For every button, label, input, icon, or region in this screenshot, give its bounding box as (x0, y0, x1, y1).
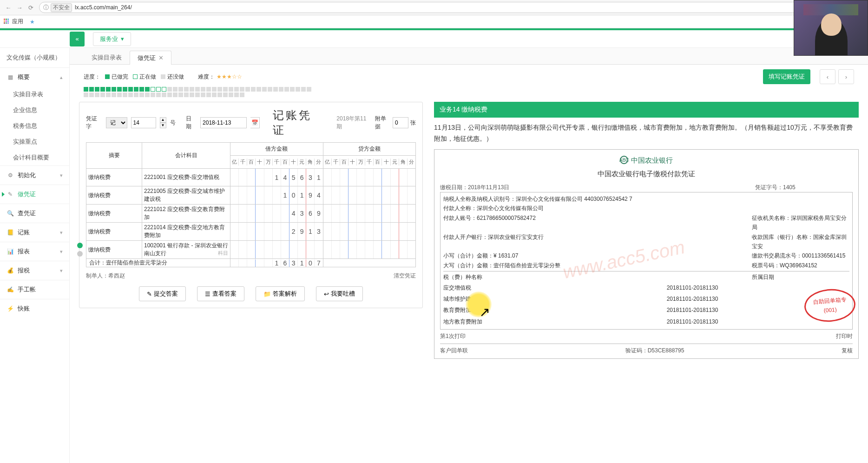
info-icon: ⓘ (43, 4, 49, 12)
chevron-down-icon: ▾ (60, 249, 63, 255)
col-debit: 借方金额 (230, 143, 323, 156)
app-header: « 服务业 ▾ 希西赵 (SVIP会员) (0, 30, 868, 48)
maker-label: 制单人： (86, 272, 108, 280)
browser-toolbar: ← → ⟳ ⓘ 不安全 lx.acc5.com/main_264/ (0, 0, 868, 15)
total-label: 合计：壹仟陆佰叁拾壹元零柒分 (86, 259, 230, 267)
number-down-button[interactable]: ▼ (160, 123, 166, 128)
bookmark-icon[interactable]: ★ (30, 19, 35, 25)
receipt-title: 中国农业银行电子缴税付款凭证 (440, 168, 853, 180)
receipt-image: ABC 中国农业银行 中国农业银行电子缴税付款凭证 缴税日期：2018年11月1… (434, 149, 859, 359)
group-icon: 🔍 (7, 210, 14, 217)
sidebar-title: 文化传媒（小规模） (0, 48, 69, 67)
sidebar-item[interactable]: 实操重点 (0, 134, 69, 150)
sidebar-group-手工帐[interactable]: ✍手工帐 (0, 280, 69, 299)
submit-button[interactable]: ✎提交答案 (139, 286, 186, 301)
progress-cells (84, 87, 316, 97)
sidebar-group-报表[interactable]: 📊报表▾ (0, 242, 69, 261)
url-text: lx.acc5.com/main_264/ (75, 4, 132, 11)
group-icon: 📒 (7, 229, 14, 236)
module-dropdown[interactable]: 服务业 ▾ (93, 32, 131, 46)
voucher-row[interactable]: 缴纳税费1002001 银行存款 - 深圳农业银行南山支行科目 (86, 241, 416, 259)
attach-suffix: 张 (410, 119, 416, 127)
task-description: 11月13日，公司向深圳萌萌哒摄影有限公司代开专票，银行扣缴增值税，城市育费附加… (434, 118, 859, 149)
clear-voucher-link[interactable]: 清空凭证 (394, 272, 416, 280)
voucher-title: 记账凭证 (273, 108, 324, 138)
add-row-icon[interactable] (77, 243, 83, 248)
group-icon: ⚙ (7, 172, 14, 179)
col-summary: 摘要 (86, 143, 142, 169)
difficulty-label: 难度： (198, 73, 215, 81)
legend-not-box (161, 74, 165, 79)
maker-name: 希西赵 (108, 272, 125, 280)
sidebar-overview[interactable]: ▦ 概要 ▴ (0, 68, 69, 86)
date-input[interactable] (200, 117, 247, 128)
voucher-period: 2018年第11期 (336, 115, 371, 131)
view-answer-button[interactable]: ☰查看答案 (197, 286, 244, 301)
insecure-badge: 不安全 (51, 3, 72, 12)
address-bar[interactable]: ⓘ 不安全 lx.acc5.com/main_264/ (39, 2, 862, 13)
chevron-down-icon: ▾ (60, 230, 63, 236)
sidebar-item[interactable]: 会计科目概要 (0, 150, 69, 165)
difficulty-stars: ★★★☆☆ (217, 73, 242, 80)
sidebar-item[interactable]: 企业信息 (0, 102, 69, 118)
legend-not-label: 还没做 (167, 73, 184, 81)
sidebar-group-初始化[interactable]: ⚙初始化▾ (0, 166, 69, 185)
sidebar-group-查凭证[interactable]: 🔍查凭证 (0, 204, 69, 223)
tab-做凭证[interactable]: 做凭证✕ (130, 51, 171, 65)
voucher-row[interactable]: 缴纳税费2221005 应交税费-应交城市维护建设税10194 (86, 186, 416, 205)
apps-icon[interactable] (4, 19, 10, 25)
total-debit: 163107 (230, 259, 323, 267)
fill-voucher-button[interactable]: 填写记账凭证 (763, 69, 810, 84)
number-up-button[interactable]: ▲ (160, 117, 166, 123)
list-icon: ☰ (205, 291, 210, 298)
voucher-word-select[interactable]: 记 (106, 117, 127, 128)
attach-input[interactable] (393, 117, 408, 128)
sidebar-group-做凭证[interactable]: ✎做凭证 (0, 185, 69, 204)
group-icon: ✍ (7, 286, 14, 293)
sidebar-group-快账[interactable]: ⚡快账 (0, 299, 69, 318)
legend-doing-box (133, 74, 138, 79)
voucher-table: 摘要 会计科目 借方金额 贷方金额 亿千百十万千百十元角分 亿千百十万千百十元角… (86, 142, 416, 267)
apps-label[interactable]: 应用 (12, 18, 23, 26)
voucher-row[interactable]: 缴纳税费2221012 应交税费-应交教育费附加4369 (86, 205, 416, 223)
back-button[interactable]: ← (3, 2, 14, 13)
legend-done-box (105, 74, 110, 79)
webcam-overlay (794, 0, 868, 56)
group-icon: 💰 (7, 267, 14, 274)
col-credit: 贷方金额 (323, 143, 416, 156)
tab-bar: 实操目录表做凭证✕ (70, 48, 868, 65)
edit-icon: ✎ (147, 291, 152, 298)
total-credit (323, 259, 416, 267)
attach-label: 附单据 (375, 115, 391, 131)
next-button[interactable]: › (838, 69, 854, 84)
feedback-button[interactable]: ↩我要吐槽 (316, 286, 363, 301)
group-icon: 📊 (7, 248, 14, 255)
remove-row-icon[interactable] (77, 251, 83, 257)
content-area: 实操目录表做凭证✕ 进度： 已做完 正在做 还没做 难度： ★★★☆☆ 填写记账… (70, 48, 868, 463)
voucher-seq-suffix: 号 (170, 119, 176, 127)
legend-doing-label: 正在做 (139, 73, 156, 81)
bookmarks-bar: 应用 ★ (0, 15, 868, 28)
bank-logo-icon: ABC (620, 156, 628, 164)
group-icon: ✎ (7, 191, 14, 198)
sidebar-group-记账[interactable]: 📒记账▾ (0, 223, 69, 242)
forward-button[interactable]: → (14, 2, 25, 13)
progress-row: 进度： 已做完 正在做 还没做 难度： ★★★☆☆ 填写记账凭证 ‹ › (70, 65, 868, 85)
analysis-button[interactable]: 📁答案解析 (256, 286, 305, 301)
collapse-sidebar-button[interactable]: « (70, 32, 85, 46)
sidebar-item[interactable]: 实操目录表 (0, 86, 69, 102)
voucher-row[interactable]: 缴纳税费2221014 应交税费-应交地方教育费附加2913 (86, 223, 416, 241)
dashboard-icon: ▦ (7, 73, 14, 81)
sidebar-group-报税[interactable]: 💰报税▾ (0, 261, 69, 280)
tab-实操目录表[interactable]: 实操目录表 (84, 50, 130, 64)
chevron-down-icon: ▾ (60, 172, 63, 179)
calendar-icon[interactable]: 📅 (250, 117, 260, 128)
voucher-row[interactable]: 缴纳税费2221001 应交税费-应交增值税145631 (86, 169, 416, 186)
col-subject: 会计科目 (142, 143, 230, 169)
prev-button[interactable]: ‹ (820, 69, 835, 84)
progress-label: 进度： (84, 73, 100, 81)
reload-button[interactable]: ⟳ (25, 2, 36, 13)
voucher-number-input[interactable] (131, 117, 156, 128)
close-icon[interactable]: ✕ (158, 54, 164, 61)
sidebar-item[interactable]: 税务信息 (0, 118, 69, 134)
